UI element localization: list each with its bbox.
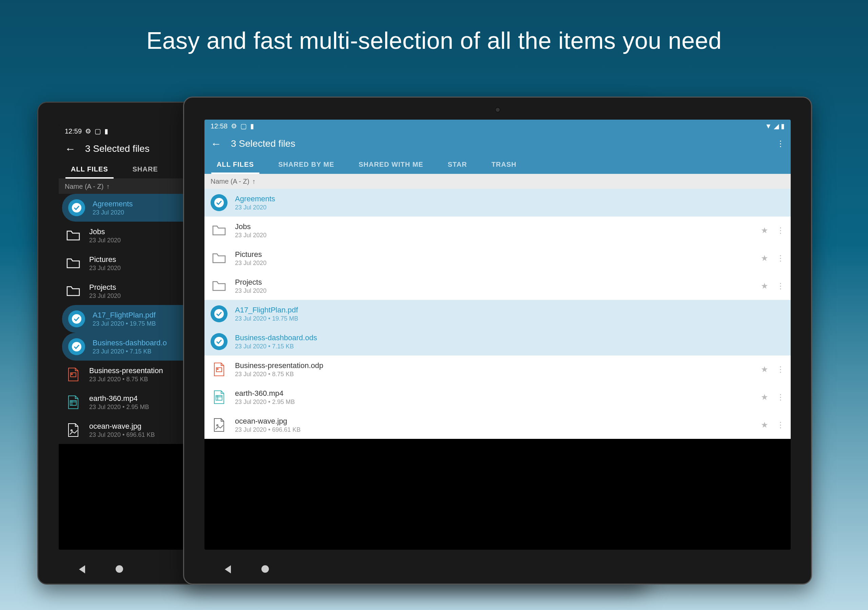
- svg-point-0: [72, 203, 81, 212]
- svg-rect-3: [71, 373, 76, 377]
- file-row[interactable]: A17_FlightPlan.pdf23 Jul 2020 • 19.75 MB: [205, 300, 791, 328]
- tabs: ALL FILESSHARED BY MESHARED WITH MESTART…: [205, 155, 791, 174]
- file-list: Agreements23 Jul 2020Jobs23 Jul 2020★⋮Pi…: [205, 189, 791, 439]
- tab-shared-by-me[interactable]: SHARED BY ME: [266, 155, 347, 174]
- more-icon[interactable]: ⋮: [777, 281, 784, 291]
- more-button[interactable]: ⋮: [777, 139, 784, 149]
- file-row[interactable]: earth-360.mp423 Jul 2020 • 2.95 MB★⋮: [205, 383, 791, 411]
- nav-home-icon[interactable]: [116, 565, 123, 573]
- file-actions: ★⋮: [761, 254, 784, 263]
- nav-home-icon[interactable]: [261, 565, 269, 573]
- tab-shared-with-me[interactable]: SHARED WITH ME: [347, 155, 436, 174]
- square-icon: ▢: [240, 122, 247, 130]
- check-icon: [68, 338, 85, 355]
- tab-trash[interactable]: TRASH: [479, 155, 529, 174]
- tab-all-files[interactable]: ALL FILES: [59, 160, 120, 179]
- tab-star[interactable]: STAR: [436, 155, 479, 174]
- camera-icon: [495, 107, 501, 113]
- file-row[interactable]: Jobs23 Jul 2020★⋮: [205, 217, 791, 244]
- tablet-light: 12:58 ⚙ ▢ ▮ ▼ ◢ ▮ ← 3 Selected files ⋮ A…: [183, 97, 812, 585]
- sort-bar[interactable]: Name (A - Z) ↑: [205, 174, 791, 189]
- file-row[interactable]: Projects23 Jul 2020★⋮: [205, 272, 791, 300]
- more-icon[interactable]: ⋮: [777, 392, 784, 402]
- file-info: Business-presentation.odp23 Jul 2020 • 8…: [235, 361, 753, 378]
- folder-icon: [65, 283, 82, 300]
- svg-point-1: [72, 314, 81, 324]
- file-meta: 23 Jul 2020: [235, 232, 753, 239]
- nav-buttons: [184, 565, 811, 573]
- star-icon[interactable]: ★: [761, 392, 768, 402]
- status-time: 12:59: [65, 127, 82, 135]
- file-info: Pictures23 Jul 2020: [235, 250, 753, 267]
- star-icon[interactable]: ★: [761, 365, 768, 374]
- svg-point-17: [217, 425, 218, 426]
- file-name: Agreements: [235, 195, 784, 203]
- svg-point-11: [214, 337, 224, 346]
- file-info: Projects23 Jul 2020: [235, 278, 753, 294]
- svg-point-9: [214, 198, 224, 207]
- more-icon[interactable]: ⋮: [777, 420, 784, 430]
- promo-title: Easy and fast multi-selection of all the…: [0, 0, 868, 54]
- star-icon[interactable]: ★: [761, 254, 768, 263]
- sort-arrow-icon: ↑: [106, 183, 110, 190]
- folder-icon: [65, 227, 82, 244]
- more-icon[interactable]: ⋮: [777, 226, 784, 235]
- sort-arrow-icon: ↑: [252, 178, 255, 185]
- file-info: Jobs23 Jul 2020: [235, 222, 753, 239]
- file-actions: ★⋮: [761, 226, 784, 235]
- star-icon[interactable]: ★: [761, 226, 768, 235]
- file-icon: [211, 361, 228, 378]
- file-row[interactable]: Business-presentation.odp23 Jul 2020 • 8…: [205, 356, 791, 383]
- sort-label: Name (A - Z): [211, 178, 249, 185]
- more-icon[interactable]: ⋮: [777, 254, 784, 263]
- file-meta: 23 Jul 2020 • 7.15 KB: [235, 343, 784, 350]
- settings-icon: ⚙: [231, 122, 237, 130]
- check-icon: [211, 333, 228, 350]
- file-icon: [65, 421, 82, 438]
- check-icon: [68, 310, 85, 327]
- file-actions: ★⋮: [761, 365, 784, 374]
- header-title: 3 Selected files: [85, 143, 150, 154]
- star-icon[interactable]: ★: [761, 281, 768, 291]
- file-icon: [211, 416, 228, 434]
- file-info: Agreements23 Jul 2020: [235, 195, 784, 211]
- more-icon[interactable]: ⋮: [777, 365, 784, 374]
- file-row[interactable]: Agreements23 Jul 2020: [205, 189, 791, 217]
- file-row[interactable]: Pictures23 Jul 2020★⋮: [205, 244, 791, 272]
- check-icon: [68, 199, 85, 216]
- svg-rect-14: [216, 395, 222, 400]
- file-meta: 23 Jul 2020 • 696.61 KB: [235, 426, 753, 434]
- file-meta: 23 Jul 2020 • 19.75 MB: [235, 315, 784, 322]
- file-name: Business-presentation.odp: [235, 361, 753, 370]
- svg-rect-5: [70, 401, 76, 405]
- file-icon: [65, 394, 82, 411]
- file-info: earth-360.mp423 Jul 2020 • 2.95 MB: [235, 389, 753, 406]
- nav-back-icon[interactable]: [225, 565, 231, 573]
- wifi-icon: ▼: [765, 122, 772, 130]
- tab-share[interactable]: SHARE: [120, 160, 170, 179]
- file-row[interactable]: Business-dashboard.ods23 Jul 2020 • 7.15…: [205, 328, 791, 356]
- file-meta: 23 Jul 2020: [235, 260, 753, 267]
- battery-icon: ▮: [781, 122, 784, 130]
- square-icon: ▢: [95, 127, 101, 135]
- back-button[interactable]: ←: [211, 138, 222, 150]
- check-icon: [211, 194, 228, 211]
- tab-all-files[interactable]: ALL FILES: [205, 155, 266, 174]
- status-time: 12:58: [211, 122, 228, 130]
- file-meta: 23 Jul 2020: [235, 204, 784, 211]
- nav-back-icon[interactable]: [79, 565, 85, 573]
- battery-icon: ▮: [250, 122, 254, 130]
- star-icon[interactable]: ★: [761, 420, 768, 430]
- file-row[interactable]: ocean-wave.jpg23 Jul 2020 • 696.61 KB★⋮: [205, 411, 791, 439]
- file-actions: ★⋮: [761, 281, 784, 291]
- svg-point-2: [72, 342, 81, 351]
- sort-label: Name (A - Z): [65, 183, 104, 190]
- back-button[interactable]: ←: [65, 142, 76, 155]
- settings-icon: ⚙: [85, 127, 91, 135]
- check-icon: [211, 305, 228, 322]
- folder-icon: [65, 255, 82, 272]
- svg-point-8: [71, 430, 72, 431]
- file-icon: [211, 389, 228, 406]
- file-info: Business-dashboard.ods23 Jul 2020 • 7.15…: [235, 333, 784, 350]
- file-icon: [65, 366, 82, 383]
